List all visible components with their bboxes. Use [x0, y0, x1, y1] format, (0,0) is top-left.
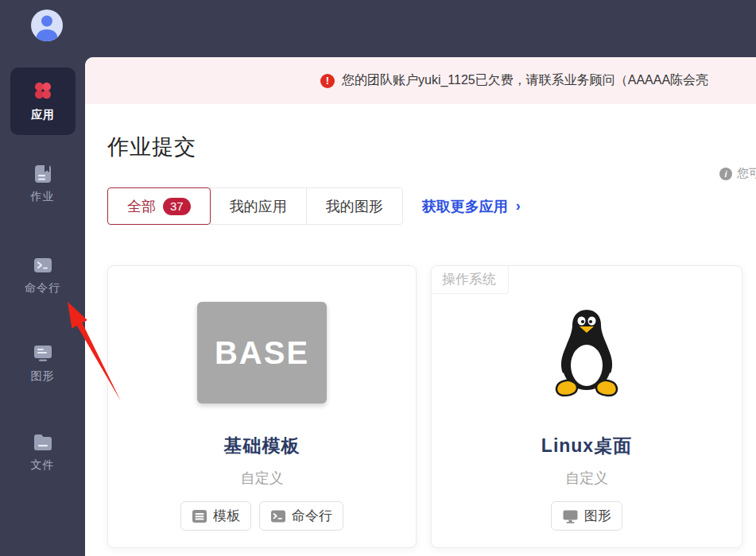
sidebar-item-label: 作业 — [31, 190, 55, 204]
notebook-icon — [33, 164, 53, 184]
sidebar: 应用 作业 命令行 — [0, 0, 85, 556]
card-tags: 图形 — [551, 501, 622, 531]
folder-icon — [33, 432, 53, 453]
sidebar-item-cli[interactable]: 命令行 — [0, 255, 85, 295]
sidebar-item-label: 命令行 — [25, 281, 60, 295]
tag-label: 图形 — [584, 507, 611, 525]
info-icon: i — [719, 168, 732, 180]
tab-all-label: 全部 — [127, 197, 156, 216]
screen-lines-icon — [33, 343, 53, 364]
terminal-icon — [270, 508, 286, 524]
terminal-icon — [33, 255, 53, 276]
sidebar-item-jobs[interactable]: 作业 — [0, 164, 85, 204]
content-panel: ! 您的团队账户yuki_1125已欠费，请联系业务顾问（AAAAA陈会亮 作业… — [85, 57, 756, 556]
get-more-apps-label: 获取更多应用 — [422, 197, 508, 216]
chevron-right-icon: › — [516, 198, 521, 214]
sidebar-item-label: 图形 — [31, 369, 55, 384]
app-cards-row: BASE 基础模板 自定义 模板 — [107, 265, 756, 548]
sidebar-item-graphics[interactable]: 图形 — [0, 343, 85, 384]
get-more-apps-link[interactable]: 获取更多应用 › — [422, 197, 521, 216]
tab-my-graphics[interactable]: 我的图形 — [306, 187, 403, 225]
tag-graphics[interactable]: 图形 — [551, 501, 622, 531]
main-area: 作业提交 i 您可 全部 37 我的应用 我的图形 获取更多应用 › — [85, 133, 756, 548]
card-subtitle: 自定义 — [565, 469, 608, 488]
sidebar-item-label: 文件 — [31, 458, 55, 473]
tab-my-graphics-label: 我的图形 — [326, 197, 383, 216]
billing-warning-banner: ! 您的团队账户yuki_1125已欠费，请联系业务顾问（AAAAA陈会亮 — [85, 57, 756, 104]
tab-my-apps-label: 我的应用 — [230, 197, 287, 216]
info-hint-text: 您可 — [737, 166, 756, 181]
linux-tux-penguin-image — [547, 306, 626, 403]
tag-label: 命令行 — [292, 507, 332, 525]
sidebar-item-apps[interactable]: 应用 — [10, 68, 76, 135]
sidebar-item-files[interactable]: 文件 — [0, 432, 85, 473]
page-title: 作业提交 — [107, 133, 756, 161]
tag-label: 模板 — [213, 507, 240, 525]
list-icon — [192, 508, 207, 524]
category-corner-label: 操作系统 — [432, 266, 509, 294]
card-tags: 模板 命令行 — [180, 501, 343, 531]
card-title: Linux桌面 — [541, 434, 632, 458]
info-hint: i 您可 — [719, 166, 756, 181]
person-icon — [31, 10, 63, 41]
billing-warning-text: 您的团队账户yuki_1125已欠费，请联系业务顾问（AAAAA陈会亮 — [342, 72, 708, 89]
monitor-icon — [562, 508, 579, 524]
card-title: 基础模板 — [224, 434, 300, 458]
clover-apps-icon — [33, 81, 53, 102]
exclamation-circle-icon: ! — [320, 74, 335, 88]
card-subtitle: 自定义 — [241, 469, 284, 488]
app-card-base-template[interactable]: BASE 基础模板 自定义 模板 — [107, 265, 417, 548]
base-thumbnail-text: BASE — [215, 335, 309, 371]
user-avatar[interactable] — [31, 10, 63, 41]
base-template-thumbnail: BASE — [197, 302, 327, 403]
tag-cli[interactable]: 命令行 — [259, 501, 343, 531]
tab-my-apps[interactable]: 我的应用 — [210, 187, 307, 225]
tag-template[interactable]: 模板 — [180, 501, 251, 531]
app-card-linux-desktop[interactable]: 操作系统 — [431, 265, 742, 548]
tabs-row: 全部 37 我的应用 我的图形 获取更多应用 › — [107, 187, 756, 225]
sidebar-item-label: 应用 — [31, 108, 55, 122]
tab-all[interactable]: 全部 37 — [107, 187, 211, 225]
tab-all-count-badge: 37 — [163, 198, 191, 215]
